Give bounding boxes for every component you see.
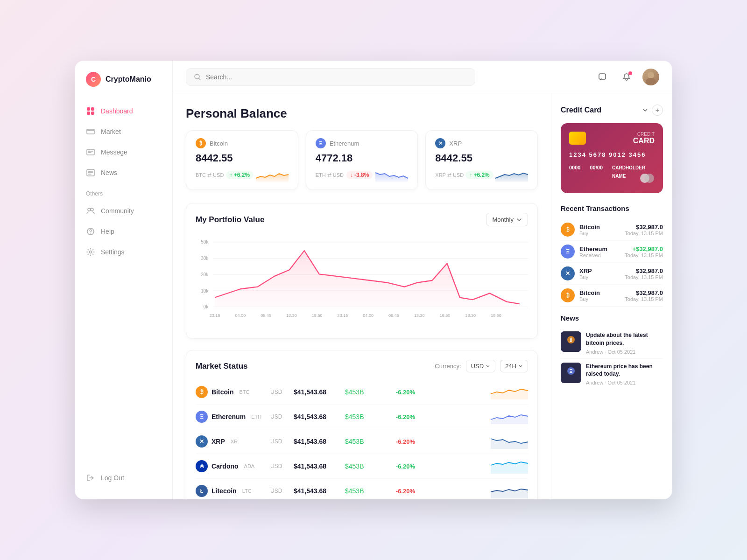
logout-icon <box>86 473 95 483</box>
main-content: Personal Balance ₿ Bitcoin 8442.55 BTC ⇄… <box>173 93 551 499</box>
news-thumb-1: Ξ <box>561 363 581 383</box>
svg-rect-3 <box>91 112 94 115</box>
xrp-icon: ✕ <box>435 138 445 148</box>
right-panel: Credit Card + CREDIT CARD 1234 5678 9012… <box>551 93 672 499</box>
community-label: Community <box>101 207 134 215</box>
logo-text: CryptoManio <box>106 75 151 84</box>
txn-type-0: Buy <box>579 231 620 236</box>
logo: C CryptoManio <box>75 72 172 101</box>
market-row-ltc: Ł LitecoinLTC USD $41,543.68 $453B -6.20… <box>196 479 528 499</box>
chat-icon-btn[interactable] <box>594 69 611 85</box>
market-row-ada: ₳ CardonoADA USD $41,543.68 $453B -6.20% <box>196 454 528 479</box>
card-cvv: 0000 <box>569 165 580 170</box>
txn-name-2: XRP <box>579 267 620 274</box>
svg-point-40 <box>645 174 654 183</box>
news-item-0: ₿ Update about the latest bitcoin prices… <box>561 328 663 359</box>
txn-time-3: Today, 13.15 PM <box>625 296 663 302</box>
eth-pair: ETH ⇄ USD <box>316 172 344 178</box>
notification-icon-btn[interactable] <box>618 69 635 85</box>
svg-text:08.45: 08.45 <box>388 313 399 318</box>
search-input[interactable] <box>206 73 467 81</box>
svg-text:04.00: 04.00 <box>235 313 246 318</box>
btc-sparkline <box>256 168 289 182</box>
svg-text:Ξ: Ξ <box>570 369 573 374</box>
txn-amount-0: $32,987.0 Today, 13.15 PM <box>625 224 663 236</box>
help-label: Help <box>101 228 114 235</box>
svg-point-15 <box>648 72 654 78</box>
card-expiry-field: 00/00 <box>590 163 603 180</box>
sidebar-item-message[interactable]: Messege <box>75 142 172 162</box>
txn-value-2: $32,987.0 <box>625 267 663 274</box>
search-icon <box>194 73 201 81</box>
news-icon <box>86 168 95 177</box>
btc-value: 8442.55 <box>196 152 289 164</box>
news-panel-title: News <box>561 314 663 322</box>
sidebar-item-news[interactable]: News <box>75 162 172 183</box>
credit-text: CREDIT <box>633 132 655 137</box>
svg-rect-14 <box>599 74 606 79</box>
svg-text:10k: 10k <box>201 288 209 294</box>
card-expiry: 00/00 <box>590 165 603 170</box>
avatar[interactable] <box>642 69 659 85</box>
balance-card-eth: Ξ Etherenum 4772.18 ETH ⇄ USD ↓ -3.8% <box>306 130 418 190</box>
market-row-btc: ₿ BitcoinBTC USD $41,543.68 $453B -6.20% <box>196 380 528 405</box>
svg-point-11 <box>90 233 91 234</box>
eth-value: 4772.18 <box>316 152 409 164</box>
balance-cards: ₿ Bitcoin 8442.55 BTC ⇄ USD ↑ +6.2% <box>186 130 538 190</box>
txn-btc2-icon: ₿ <box>561 288 575 302</box>
txn-value-0: $32,987.0 <box>625 224 663 231</box>
card-text: CARD <box>633 137 655 145</box>
credit-card-dropdown-icon <box>642 107 648 113</box>
period-dropdown[interactable]: 24H <box>500 360 528 372</box>
txn-type-2: Buy <box>579 274 620 280</box>
xrp-sparkline <box>495 168 528 182</box>
content: Personal Balance ₿ Bitcoin 8442.55 BTC ⇄… <box>173 93 672 499</box>
settings-label: Settings <box>101 248 125 256</box>
news-nav-label: News <box>101 169 117 176</box>
market-title: Market Status <box>196 362 247 371</box>
sidebar-item-market[interactable]: Market <box>75 121 172 142</box>
txn-name-3: Bitcoin <box>579 289 620 296</box>
logout-label: Log Out <box>101 474 124 482</box>
currency-dropdown[interactable]: USD <box>466 360 495 372</box>
svg-text:23.15: 23.15 <box>338 313 348 318</box>
sidebar-item-community[interactable]: Community <box>75 201 172 221</box>
message-icon <box>86 147 95 157</box>
news-headline-0: Update about the latest bitcoin prices. <box>586 331 663 347</box>
news-meta-0: Andrew · Oct 05 2021 <box>586 349 663 355</box>
svg-point-9 <box>91 208 93 211</box>
currency-label: Currency: <box>435 363 461 370</box>
svg-text:30k: 30k <box>201 256 209 261</box>
txn-info-1: Ethereum Received <box>579 245 620 258</box>
sidebar-logout[interactable]: Log Out <box>75 468 172 488</box>
svg-point-16 <box>646 78 656 85</box>
svg-rect-6 <box>87 149 94 155</box>
sidebar-item-help[interactable]: Help <box>75 221 172 242</box>
community-icon <box>86 206 95 216</box>
txn-amount-3: $32,987.0 Today, 13.15 PM <box>625 289 663 302</box>
header-right <box>594 69 659 85</box>
add-card-button[interactable]: + <box>652 105 663 116</box>
svg-text:23.15: 23.15 <box>210 313 220 318</box>
others-label: Others <box>75 183 172 201</box>
sidebar: C CryptoManio Dashboard Market <box>75 61 173 499</box>
portfolio-period-dropdown[interactable]: Monthly <box>486 213 528 226</box>
txn-row-2: ✕ XRP Buy $32,987.0 Today, 13.15 PM <box>561 263 663 285</box>
svg-text:13.30: 13.30 <box>465 313 476 318</box>
sidebar-item-settings[interactable]: Settings <box>75 242 172 262</box>
xrp-value: 8442.55 <box>435 152 528 164</box>
mastercard-logo <box>639 173 655 186</box>
eth-icon: Ξ <box>316 138 326 148</box>
news-content-1: Ethereum price has been raised today. An… <box>586 363 663 386</box>
svg-rect-4 <box>87 129 94 134</box>
txn-value-1: +$32,987.0 <box>625 245 663 252</box>
svg-text:18.50: 18.50 <box>440 313 451 318</box>
sidebar-item-dashboard[interactable]: Dashboard <box>75 101 172 121</box>
news-thumb-0: ₿ <box>561 331 581 352</box>
txn-amount-1: +$32,987.0 Today, 13.15 PM <box>625 245 663 258</box>
txn-time-2: Today, 13.15 PM <box>625 274 663 280</box>
btc-name: Bitcoin <box>210 140 228 147</box>
txn-time-1: Today, 13.15 PM <box>625 252 663 258</box>
txn-info-0: Bitcoin Buy <box>579 224 620 236</box>
logo-icon: C <box>86 72 101 87</box>
